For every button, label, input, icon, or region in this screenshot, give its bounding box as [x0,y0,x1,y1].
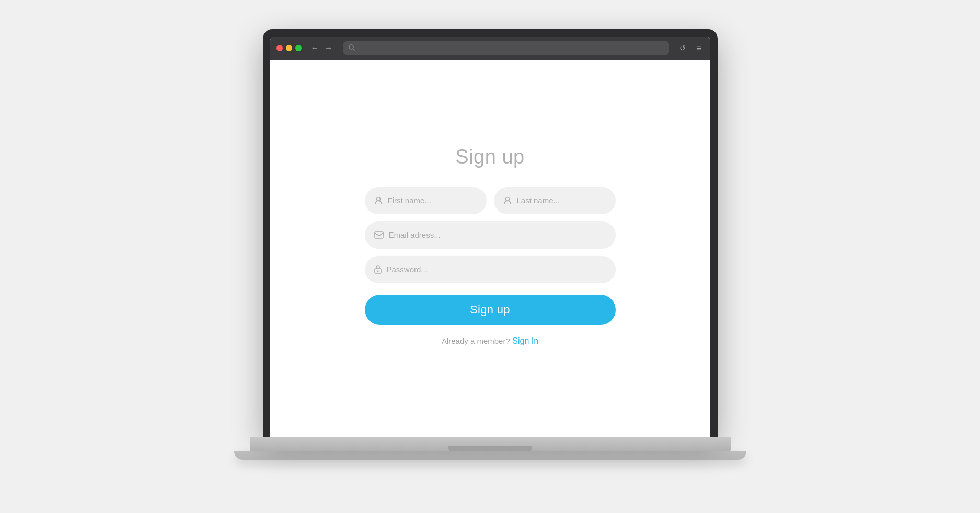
already-member-text: Already a member? [442,336,510,345]
browser-content: Sign up [270,60,710,437]
last-name-input[interactable] [517,196,606,205]
traffic-lights [276,45,302,51]
browser-toolbar: ← → ↺ ≡ [270,37,710,60]
svg-line-1 [353,49,354,51]
minimize-window-button[interactable] [286,45,292,51]
screen-bezel: ← → ↺ ≡ Sign up [263,29,718,437]
email-icon [374,231,384,239]
laptop-base [250,437,731,451]
forward-button[interactable]: → [322,43,335,53]
nav-buttons: ← → [309,43,335,53]
svg-rect-4 [375,232,383,238]
password-field[interactable] [365,256,616,283]
first-name-field[interactable] [365,187,487,214]
address-bar[interactable] [343,41,669,55]
laptop-stand [234,451,746,460]
name-row [365,187,616,214]
signin-prompt: Already a member? Sign In [442,336,538,346]
close-window-button[interactable] [276,45,283,51]
email-field[interactable] [365,221,616,249]
back-button[interactable]: ← [309,43,321,53]
signup-button[interactable]: Sign up [365,295,616,325]
svg-point-6 [377,271,378,272]
maximize-window-button[interactable] [295,45,302,51]
browser-menu-button[interactable]: ≡ [694,42,704,55]
search-icon [349,44,355,52]
password-input[interactable] [387,265,606,274]
signup-form: Sign up [270,120,710,377]
browser-window: ← → ↺ ≡ Sign up [270,37,710,437]
person-icon [374,196,383,205]
email-input[interactable] [389,230,606,239]
signin-link[interactable]: Sign In [512,336,538,345]
first-name-input[interactable] [388,196,477,205]
svg-point-0 [349,45,353,49]
lock-icon [374,265,382,274]
form-title: Sign up [455,146,524,168]
person-icon-2 [503,196,512,205]
laptop: ← → ↺ ≡ Sign up [234,29,746,484]
refresh-button[interactable]: ↺ [677,43,688,53]
last-name-field[interactable] [494,187,616,214]
